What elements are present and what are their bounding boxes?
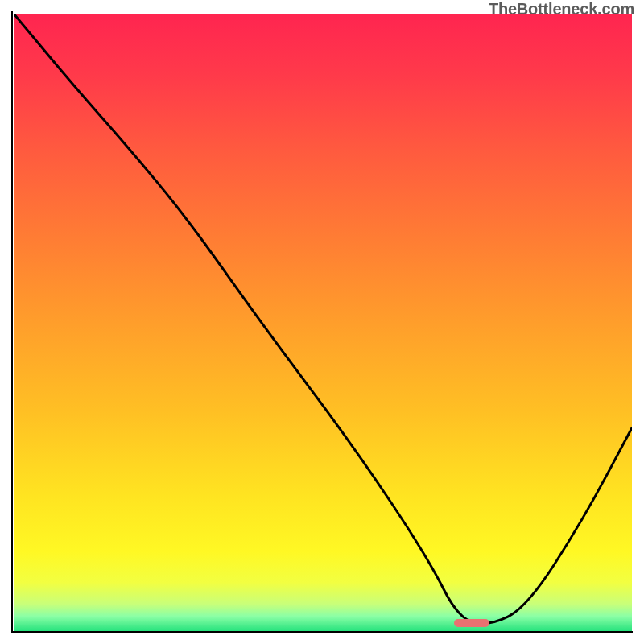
plot-area	[14, 14, 632, 632]
svg-rect-0	[14, 14, 632, 632]
x-axis	[11, 631, 633, 633]
y-axis	[11, 11, 13, 633]
background-gradient	[14, 14, 632, 632]
attribution-text: TheBottleneck.com	[489, 0, 634, 19]
optimal-range-marker	[454, 619, 489, 627]
chart-canvas: TheBottleneck.com	[0, 0, 644, 644]
